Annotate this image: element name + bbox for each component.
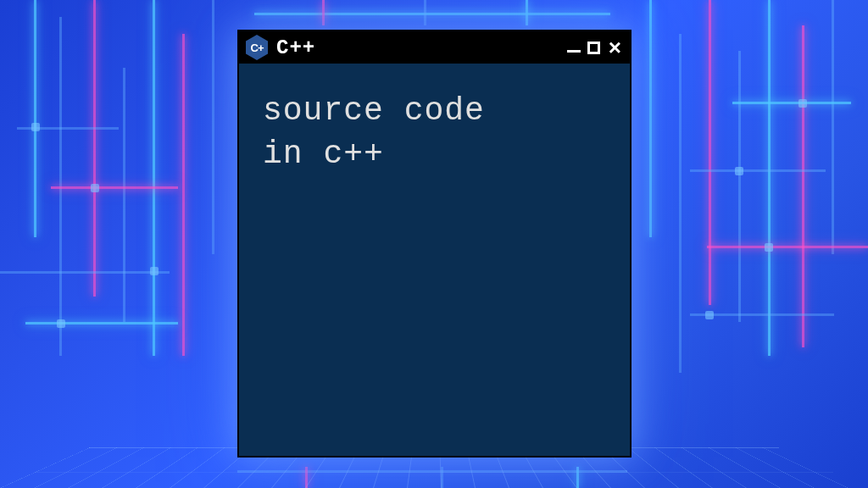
window-title: C++: [276, 36, 315, 59]
content-line-2: in c++: [263, 132, 606, 175]
window-controls: ×: [567, 36, 621, 58]
logo-text: C+: [251, 42, 264, 54]
titlebar[interactable]: C+ C++ ×: [239, 31, 630, 64]
close-button[interactable]: ×: [609, 36, 621, 58]
maximize-button[interactable]: [587, 42, 600, 54]
content-area: source code in c++: [239, 64, 630, 202]
cpp-logo-icon: C+: [246, 35, 268, 60]
terminal-window: C+ C++ × source code in c++: [237, 30, 632, 458]
content-line-1: source code: [263, 89, 606, 132]
minimize-button[interactable]: [567, 50, 581, 53]
title-left: C+ C++: [246, 35, 315, 60]
